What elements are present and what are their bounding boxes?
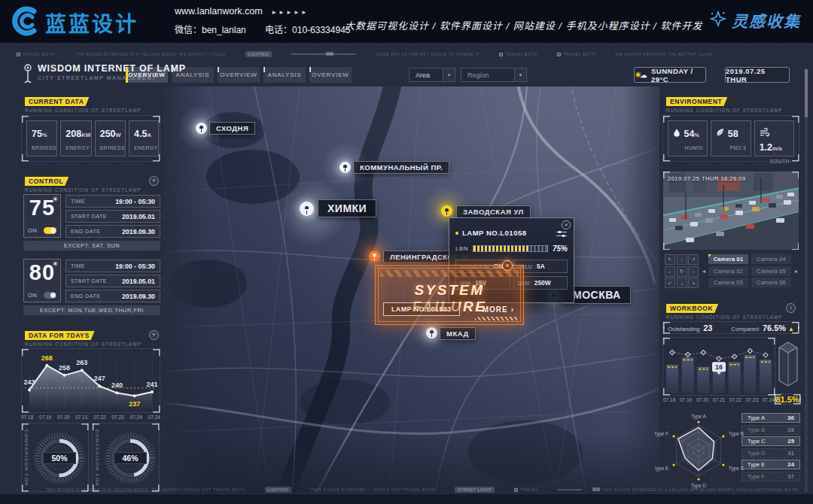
panel-label-environment: ENVIRONMENT	[666, 97, 727, 106]
map-pin-shodnya[interactable]	[196, 123, 207, 134]
screen: 蓝蓝设计 www.lanlanwork.com ►►►►► 微信：ben_lan…	[0, 0, 813, 504]
cube-graphic	[778, 339, 799, 390]
power-toggle-1[interactable]	[44, 227, 56, 234]
vertical-scrollbar[interactable]	[805, 69, 808, 492]
plus-icon[interactable]: +	[149, 176, 159, 186]
workbook-summary: Outstanding:23 Compared:76.5%▲	[662, 321, 799, 334]
pan-up-right-button[interactable]: ↗	[688, 254, 699, 265]
workbook-bar-chart: 16	[663, 338, 775, 395]
system-failure-alert: × SYSTEM FAILURE LAMP NO.L01803 MORE›	[375, 265, 524, 325]
svg-text:243: 243	[23, 378, 35, 386]
caret-down-icon[interactable]: ▾	[514, 68, 526, 81]
close-icon[interactable]: ×	[502, 260, 513, 271]
map-pin-khimki[interactable]	[300, 202, 314, 216]
droplet-icon	[673, 126, 681, 139]
chevron-right-icon[interactable]: ›	[786, 303, 796, 313]
seven-day-chart-frame: 243268258263247240237241	[21, 348, 160, 413]
env-pm25: 58 PM2.5	[711, 120, 751, 156]
time-row[interactable]: TIME19:00 - 05:30	[65, 260, 160, 272]
pan-up-left-button[interactable]: ↖	[665, 254, 675, 265]
tab-overview-3[interactable]: OVERVIEW	[309, 67, 352, 83]
inspiration-collect[interactable]: 灵感收集	[709, 9, 801, 32]
start-date-row[interactable]: START DATE2019.05.01	[65, 210, 160, 223]
camera-frame-corners	[663, 172, 799, 250]
camera-04-button[interactable]: Camera 04	[751, 254, 791, 264]
close-icon[interactable]: ×	[562, 220, 571, 229]
panel-label-control: CONTROL	[25, 177, 69, 186]
bulb-icon	[54, 263, 56, 265]
type-c-button[interactable]: Type C25	[741, 436, 800, 446]
camera-05-button[interactable]: Camera 05	[751, 266, 791, 276]
brightness-bar[interactable]	[473, 245, 548, 252]
map-pin-zavodskaya[interactable]	[441, 205, 452, 217]
more-button[interactable]: MORE›	[483, 305, 514, 314]
camera-02-button[interactable]: Camera 02	[708, 266, 748, 276]
refresh-button[interactable]: ↻	[677, 266, 687, 277]
camera-dpad: ↖ ↑ ↗ ← ↻ → ↙ ↓ ↘	[665, 254, 699, 288]
camera-01-button[interactable]: Camera 01	[708, 254, 748, 264]
map-label-kommunalny: КОММУНАЛЬНЫЙ ПР.	[353, 161, 449, 174]
map-label-khimki: ХИМКИ	[318, 199, 376, 217]
svg-text:Type A: Type A	[691, 414, 707, 420]
tab-analysis-2[interactable]: ANALYSIS	[263, 67, 306, 83]
brightness-label: LBN	[455, 245, 468, 252]
scrollbar-handle[interactable]	[805, 69, 808, 117]
map-pin-kommunalny[interactable]	[340, 162, 351, 173]
website-line[interactable]: www.lanlanwork.com ►►►►►	[175, 6, 309, 17]
city-map[interactable]: СХОДНЯ КОММУНАЛЬНЫЙ ПР. ХИМКИ ЗАВОДСКАЯ …	[164, 87, 659, 493]
panel-subtitle: RUNNING CONDITION OF STREETLAMP	[25, 187, 142, 193]
tab-overview-1[interactable]: OVERVIEW	[126, 67, 168, 83]
svg-text:241: 241	[146, 381, 157, 388]
svg-text:16: 16	[715, 363, 723, 371]
except-days-1: EXCEPT: SAT, SUN	[23, 241, 160, 250]
website-url[interactable]: www.lanlanwork.com	[175, 6, 263, 17]
gauge-value: 50%	[43, 452, 76, 464]
svg-text:263: 263	[76, 359, 87, 366]
tab-bar: OVERVIEW ANALYSIS OVERVIEW ANALYSIS OVER…	[126, 67, 352, 83]
weather-text: SUNNDAY / 29°C	[651, 67, 705, 83]
camera-03-button[interactable]: Camera 03	[708, 278, 748, 287]
tab-overview-2[interactable]: OVERVIEW	[218, 67, 260, 83]
type-e-button[interactable]: Type E24	[741, 460, 800, 469]
type-a-button[interactable]: Type A36	[741, 413, 800, 423]
type-b-button[interactable]: Type B28	[741, 425, 800, 435]
caret-down-icon[interactable]: ▾	[443, 68, 455, 81]
type-f-button[interactable]: Type F37	[741, 472, 800, 481]
camera-06-button[interactable]: Camera 06	[751, 278, 791, 287]
collect-label: 灵感收集	[732, 9, 801, 32]
end-date-row[interactable]: END DATE2019.09.30	[65, 225, 160, 238]
pan-down-right-button[interactable]: ↘	[688, 278, 699, 288]
arrows-icon: ►►►►►	[271, 9, 309, 16]
time-row[interactable]: TIME19:00 - 05:30	[65, 195, 160, 208]
region-select[interactable]: Region ▾	[461, 68, 527, 82]
sliders-icon[interactable]	[556, 230, 567, 237]
brightness-value: 75%	[553, 244, 568, 253]
bottom-strip	[0, 494, 813, 504]
camera-list-next-icon[interactable]: ▸	[795, 268, 798, 275]
decorative-top-strip: TRAVEL BOTH THE ROADS DIVERGED IN A YELL…	[17, 47, 796, 61]
pan-left-button[interactable]: ←	[665, 266, 675, 277]
area-select[interactable]: Area ▾	[409, 68, 455, 82]
map-pin-leningradskoe[interactable]	[369, 250, 380, 262]
power-toggle-2[interactable]	[44, 292, 56, 299]
svg-text:Type F: Type F	[655, 431, 668, 437]
contact-line: 微信：ben_lanlan 电话：010-63334945	[175, 23, 367, 35]
end-date-row[interactable]: END DATE2019.09.30	[65, 290, 160, 302]
plus-icon[interactable]: +	[149, 330, 159, 340]
camera-list-prev-icon[interactable]: ◂	[702, 268, 705, 275]
brand-banner: 蓝蓝设计 www.lanlanwork.com ►►►►► 微信：ben_lan…	[0, 0, 813, 43]
pan-down-left-button[interactable]: ↙	[665, 278, 675, 288]
type-list: Type A36 Type B28 Type C25 Type D31 Type…	[741, 413, 800, 481]
wechat-label: 微信：ben_lanlan	[175, 25, 246, 35]
current-data-cards: 75%BRINESS 208KWENERGY 250WBRINESS 4.5AE…	[21, 115, 160, 162]
pan-down-button[interactable]: ↓	[677, 278, 687, 288]
type-d-button[interactable]: Type D31	[741, 448, 800, 458]
pan-up-button[interactable]: ↑	[677, 254, 687, 265]
tab-analysis-1[interactable]: ANALYSIS	[172, 67, 214, 83]
stat-briness-w: 250WBRINESS	[95, 120, 126, 156]
map-pin-mkad[interactable]	[426, 327, 437, 339]
start-date-row[interactable]: START DATE2019.05.01	[65, 275, 160, 287]
pan-right-button[interactable]: →	[688, 266, 699, 277]
brand-name: 蓝蓝设计	[45, 8, 139, 38]
gauge-value: 46%	[114, 452, 147, 464]
